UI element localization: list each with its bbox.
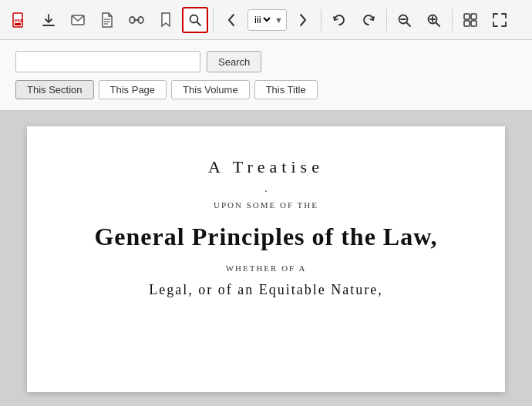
document-page: A Treatise . upon some of the General Pr… [27, 126, 505, 392]
download-button[interactable] [35, 7, 62, 33]
divider-1 [213, 9, 214, 31]
divider-3 [386, 9, 387, 31]
next-button[interactable] [290, 7, 316, 33]
zoom-in-button[interactable] [421, 7, 447, 33]
redo-button[interactable] [355, 7, 382, 33]
search-input[interactable] [15, 51, 200, 72]
prev-button[interactable] [218, 7, 244, 33]
search-panel: Search This Section This Page This Volum… [0, 40, 532, 111]
divider-4 [452, 9, 453, 31]
search-submit-button[interactable]: Search [207, 51, 261, 72]
email-button[interactable] [65, 7, 91, 33]
svg-line-18 [436, 22, 439, 26]
this-section-button[interactable]: This Section [15, 80, 94, 99]
zoom-out-button[interactable] [392, 7, 418, 33]
svg-line-14 [406, 22, 410, 26]
bookmark-button[interactable] [153, 7, 179, 33]
svg-rect-20 [471, 14, 476, 19]
svg-rect-22 [471, 21, 476, 26]
page-input-group[interactable]: iii ▼ [247, 9, 287, 31]
document-area: A Treatise . upon some of the General Pr… [0, 111, 532, 406]
doc-title-big: General Principles of the Law, [94, 222, 437, 251]
grid-button[interactable] [457, 7, 483, 33]
search-row: Search [15, 51, 517, 72]
pdf-button[interactable]: PDF [6, 7, 32, 33]
undo-button[interactable] [326, 7, 352, 33]
this-title-button[interactable]: This Title [254, 80, 318, 99]
page-select[interactable]: iii [251, 13, 273, 26]
svg-text:PDF: PDF [15, 18, 24, 23]
doc-title-main: A Treatise [208, 157, 324, 177]
doc-legal: Legal, or of an Equitable Nature, [149, 282, 382, 298]
search-button[interactable] [182, 7, 208, 33]
this-volume-button[interactable]: This Volume [171, 80, 250, 99]
link-button[interactable] [123, 7, 150, 33]
svg-rect-1 [15, 23, 21, 25]
doc-title-dot: . [264, 182, 268, 194]
divider-2 [321, 9, 322, 31]
this-page-button[interactable]: This Page [99, 80, 167, 99]
doc-subtitle-small: upon some of the [214, 200, 318, 210]
toolbar: PDF [0, 0, 532, 40]
document-button[interactable] [94, 7, 120, 33]
scope-row: This Section This Page This Volume This … [15, 80, 517, 99]
doc-whether: whether of a [226, 263, 307, 273]
svg-line-11 [197, 22, 201, 25]
svg-rect-21 [464, 21, 470, 26]
fullscreen-button[interactable] [487, 7, 513, 33]
svg-rect-19 [464, 14, 470, 19]
